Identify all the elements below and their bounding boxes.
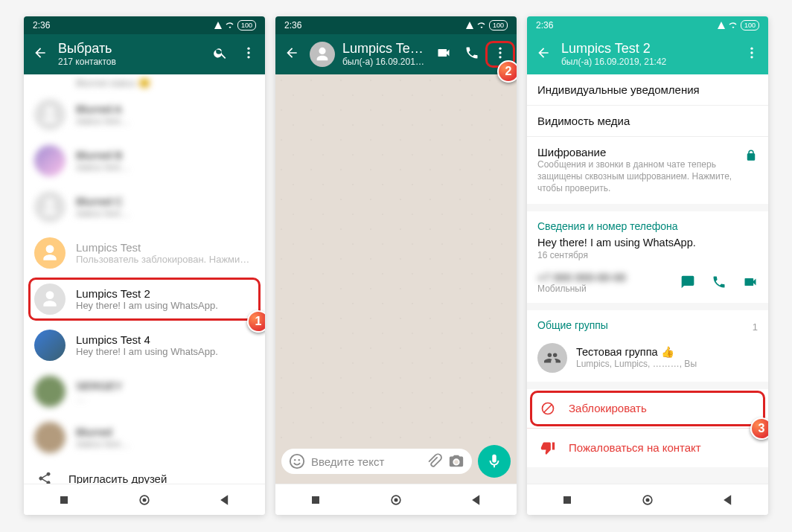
camera-icon[interactable] xyxy=(448,453,464,469)
status-bar: 2:36 100 xyxy=(527,16,768,34)
more-button[interactable] xyxy=(238,45,259,63)
contact-row-lumpics-test[interactable]: Lumpics TestПользователь заблокирован. Н… xyxy=(24,230,265,276)
phone-type: Мобильный xyxy=(537,283,626,294)
screen-select-contact: 2:36 100 Выбрать 217 контактов Blurred s… xyxy=(24,16,265,515)
contact-row-blurred[interactable]: Blurredstatus text… xyxy=(24,414,265,461)
about-status: Hey there! I am using WhatsApp. xyxy=(537,237,758,249)
back-nav-button[interactable] xyxy=(217,493,232,507)
lock-icon xyxy=(744,149,758,162)
contact-avatar[interactable] xyxy=(310,42,335,67)
more-button[interactable]: 2 xyxy=(490,45,511,63)
more-button[interactable] xyxy=(741,45,762,63)
battery-level: 100 xyxy=(741,20,759,31)
screen-contact-info: 2:36 100 Lumpics Test 2 был(-а) 16.09.20… xyxy=(527,16,768,515)
contact-row-blurred[interactable]: Blurred Astatus text… xyxy=(24,92,265,138)
emoji-icon[interactable] xyxy=(289,453,305,469)
chat-title-area[interactable]: Lumpics Test 2 был(-а) 16.09.2019, 21:42 xyxy=(342,41,426,67)
attach-icon[interactable] xyxy=(426,453,442,469)
about-header: Сведения и номер телефона xyxy=(537,220,758,232)
home-button[interactable] xyxy=(389,493,403,507)
svg-point-18 xyxy=(750,56,753,58)
notifications-row[interactable]: Индивидуальные уведомления xyxy=(527,74,768,105)
phone-row[interactable]: +7 000 000-00-00 Мобильный xyxy=(537,271,758,294)
contact-row-blurred[interactable]: SERGEY… xyxy=(24,368,265,414)
svg-point-0 xyxy=(247,47,249,49)
status-bar: 2:36 100 xyxy=(275,16,517,34)
block-icon xyxy=(540,401,555,416)
svg-point-5 xyxy=(143,498,147,501)
back-button[interactable] xyxy=(30,45,51,63)
video-call-button[interactable] xyxy=(433,45,454,63)
info-app-bar: Lumpics Test 2 был(-а) 16.09.2019, 21:42 xyxy=(527,34,768,74)
group-avatar xyxy=(537,343,567,373)
voice-message-button[interactable] xyxy=(478,445,511,478)
status-icons: 100 xyxy=(717,20,759,31)
back-nav-button[interactable] xyxy=(721,493,735,507)
svg-point-10 xyxy=(294,459,296,461)
status-icons: 100 xyxy=(214,20,256,31)
appbar-title: Выбрать xyxy=(58,41,202,57)
svg-point-1 xyxy=(247,51,249,54)
svg-rect-3 xyxy=(60,496,68,504)
svg-point-17 xyxy=(750,51,753,54)
media-visibility-row[interactable]: Видимость медиа xyxy=(527,105,768,136)
contact-row-blurred[interactable]: Blurred status 😊 xyxy=(24,74,265,92)
thumbs-down-icon xyxy=(540,440,555,455)
appbar-subtitle: 217 контактов xyxy=(58,57,202,67)
svg-point-2 xyxy=(247,56,249,58)
info-subtitle: был(-а) 16.09.2019, 21:42 xyxy=(561,57,734,67)
chat-background xyxy=(275,74,517,440)
svg-point-15 xyxy=(395,498,398,501)
recent-apps-button[interactable] xyxy=(308,493,323,507)
recent-apps-button[interactable] xyxy=(560,493,575,507)
status-time: 2:36 xyxy=(33,20,50,31)
contact-row-lumpics-test4[interactable]: Lumpics Test 4Hey there! I am using What… xyxy=(24,322,265,368)
group-name: Тестовая группа 👍 xyxy=(576,346,697,359)
back-button[interactable] xyxy=(533,45,554,63)
call-icon[interactable] xyxy=(712,275,726,289)
video-icon[interactable] xyxy=(743,275,758,289)
back-nav-button[interactable] xyxy=(469,493,484,507)
report-contact[interactable]: Пожаловаться на контакт xyxy=(527,428,768,467)
contact-row-blurred[interactable]: Blurred Bstatus text… xyxy=(24,138,265,184)
block-contact[interactable]: Заблокировать 3 xyxy=(527,389,768,428)
message-input[interactable]: Введите текст xyxy=(281,449,472,474)
message-input-bar: Введите текст xyxy=(275,440,517,484)
info-scroll[interactable]: Индивидуальные уведомления Видимость мед… xyxy=(527,74,768,484)
svg-rect-13 xyxy=(312,496,319,504)
home-button[interactable] xyxy=(137,493,152,507)
chat-subtitle: был(-а) 16.09.2019, 21:42 xyxy=(342,57,426,67)
voice-call-button[interactable] xyxy=(462,45,482,63)
group-members: Lumpics, Lumpics, ………, Вы xyxy=(576,359,697,369)
invite-friends[interactable]: Пригласить друзей xyxy=(24,461,265,484)
svg-line-20 xyxy=(544,405,552,412)
info-title: Lumpics Test 2 xyxy=(561,41,734,57)
back-button[interactable] xyxy=(281,45,302,63)
search-button[interactable] xyxy=(210,45,231,63)
share-icon xyxy=(37,471,52,484)
chat-title: Lumpics Test 2 xyxy=(342,41,426,57)
svg-point-23 xyxy=(646,498,650,501)
status-icons: 100 xyxy=(465,20,508,31)
app-bar: Выбрать 217 контактов xyxy=(24,34,265,74)
message-icon[interactable] xyxy=(680,275,695,289)
report-label: Пожаловаться на контакт xyxy=(569,441,701,454)
recent-apps-button[interactable] xyxy=(57,493,71,507)
status-time: 2:36 xyxy=(284,20,301,31)
callout-badge-1: 1 xyxy=(247,310,265,333)
callout-badge-3: 3 xyxy=(750,417,768,440)
contact-row-lumpics-test2[interactable]: Lumpics Test 2Hey there! I am using What… xyxy=(24,276,265,322)
encryption-row[interactable]: Шифрование Сообщения и звонки в данном ч… xyxy=(527,136,768,204)
svg-point-9 xyxy=(290,455,304,468)
phone-number: +7 000 000-00-00 xyxy=(537,271,626,283)
svg-point-16 xyxy=(750,47,753,49)
home-button[interactable] xyxy=(640,493,655,507)
svg-point-11 xyxy=(298,459,300,461)
group-row[interactable]: Тестовая группа 👍 Lumpics, Lumpics, ………,… xyxy=(537,343,758,373)
groups-section: Общие группы 1 Тестовая группа 👍 Lumpics… xyxy=(527,310,768,382)
contact-row-blurred[interactable]: Blurred Cstatus text… xyxy=(24,184,265,230)
svg-rect-21 xyxy=(563,496,571,504)
status-time: 2:36 xyxy=(536,20,553,31)
battery-level: 100 xyxy=(489,20,508,31)
groups-header: Общие группы xyxy=(537,319,608,331)
